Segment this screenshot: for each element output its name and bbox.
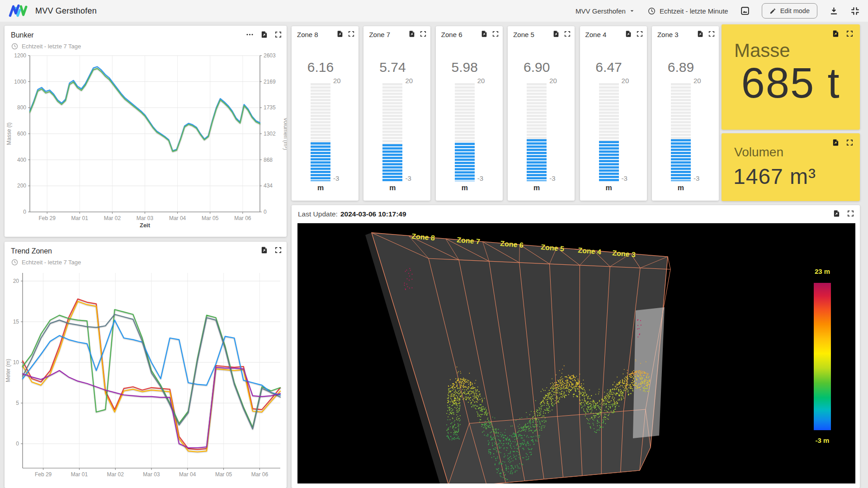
zone-title: Zone 3 (657, 31, 679, 38)
fullscreen-icon[interactable] (420, 30, 427, 38)
volumen-value: 1467 m³ (733, 164, 816, 189)
bunker-chart-svg: Feb 29Mar 01Mar 02Mar 03Mar 04Mar 05Mar … (5, 50, 287, 229)
trend-chart-svg: Feb 29Mar 01Mar 02Mar 03Mar 04Mar 05Mar … (5, 266, 287, 480)
point-cloud-3d-canvas[interactable]: Zone 8Zone 7Zone 6Zone 5Zone 4Zone 323 m… (297, 223, 855, 483)
fullscreen-icon[interactable] (847, 210, 854, 217)
gauge-max-label: 20 (477, 77, 485, 84)
fullscreen-icon[interactable] (274, 246, 282, 254)
fullscreen-exit-icon[interactable] (850, 6, 860, 16)
gauge-unit: m (599, 184, 619, 192)
y-right-tick-label: 434 (264, 183, 273, 189)
gauge-unit: m (311, 184, 330, 192)
caret-down-icon (628, 7, 636, 14)
edit-mode-label: Edit mode (780, 7, 810, 14)
bunker-3d-scene: Zone 8Zone 7Zone 6Zone 5Zone 4Zone 323 m… (297, 223, 855, 483)
edit-mode-button[interactable]: Edit mode (762, 3, 817, 19)
volumen-widget: Volumen 1467 m³ (722, 133, 860, 201)
file-export-icon[interactable] (832, 30, 840, 38)
file-export-icon[interactable] (697, 30, 704, 38)
file-export-icon[interactable] (336, 30, 344, 38)
fullscreen-icon[interactable] (846, 30, 854, 38)
fullscreen-icon[interactable] (274, 31, 282, 38)
y-right-tick-label: 1302 (264, 131, 276, 137)
fullscreen-icon[interactable] (348, 30, 355, 38)
zone-title: Zone 7 (369, 31, 390, 38)
fullscreen-icon[interactable] (846, 139, 854, 146)
zone-title: Zone 4 (585, 31, 607, 38)
y-tick-label: 600 (17, 131, 26, 137)
gauge-bar (455, 83, 475, 181)
file-export-icon[interactable] (625, 30, 632, 38)
x-tick-label: Feb 29 (35, 471, 52, 478)
gauge-max-label: 20 (622, 77, 629, 84)
masse-value: 685 t (722, 59, 860, 108)
app-title: MVV Gersthofen (35, 6, 97, 16)
zone-gauge-row: Zone 86.1620-3mZone 75.7420-3mZone 65.98… (292, 26, 719, 201)
y-axis-title: Meter (m) (5, 359, 11, 382)
y-tick-label: 0 (23, 209, 26, 215)
y-right-tick-label: 1735 (264, 104, 276, 111)
gauge-bar (311, 83, 330, 181)
x-axis-title: Zeit (140, 222, 151, 229)
x-tick-label: Mar 06 (251, 471, 269, 478)
gauge-min-label: -3 (549, 174, 555, 182)
mvv-logo (8, 4, 29, 18)
clock-icon (647, 7, 656, 15)
x-tick-label: Feb 29 (38, 215, 56, 221)
fullscreen-icon[interactable] (708, 30, 715, 38)
zone-gauge-card: Zone 36.8920-3m (652, 26, 719, 201)
file-export-icon[interactable] (832, 139, 840, 146)
file-export-icon[interactable] (408, 30, 415, 38)
zone-value: 6.89 (656, 60, 706, 75)
y-tick-label: 200 (17, 183, 26, 189)
zone-gauge-card: Zone 56.9020-3m (508, 26, 575, 201)
gauge-max-label: 20 (405, 77, 413, 84)
x-tick-label: Mar 05 (215, 471, 232, 478)
y-tick-label: 800 (17, 104, 26, 111)
gauge-min-label: -3 (477, 174, 483, 182)
file-export-icon[interactable] (481, 30, 488, 38)
trend-subtitle: Echtzeit - letzte 7 Tage (22, 259, 81, 266)
zone-gauge-card: Zone 65.9820-3m (436, 26, 503, 201)
file-export-icon[interactable] (260, 246, 268, 254)
download-icon[interactable] (829, 6, 839, 16)
gauge-bar (599, 83, 619, 181)
zone-value: 5.98 (439, 60, 490, 75)
y-right-tick-label: 2169 (264, 79, 276, 85)
zone-title: Zone 6 (441, 31, 462, 38)
zone-value: 5.74 (367, 60, 418, 75)
masse-widget: Masse 685 t (722, 24, 860, 130)
time-window-button[interactable]: Echtzeit - letzte Minute (647, 7, 728, 15)
gauge-unit: m (671, 184, 691, 192)
x-tick-label: Mar 05 (202, 215, 219, 221)
x-tick-label: Mar 04 (179, 471, 196, 478)
fullscreen-icon[interactable] (492, 30, 499, 38)
screenshot-icon[interactable] (740, 6, 750, 16)
dashboard-select-label: MVV Gersthofen (576, 7, 626, 15)
dashboard-select[interactable]: MVV Gersthofen (576, 7, 636, 15)
pencil-icon (769, 8, 776, 14)
x-tick-label: Mar 01 (71, 471, 88, 478)
bunker-title: Bunker (11, 31, 281, 39)
gauge-max-label: 20 (333, 77, 341, 84)
gauge-max-label: 20 (693, 77, 701, 84)
last-update-value: 2024-03-06 10:17:49 (340, 210, 406, 218)
time-window-label: Echtzeit - letzte Minute (660, 7, 728, 15)
fullscreen-icon[interactable] (564, 30, 571, 38)
clock-icon (11, 258, 19, 266)
x-tick-label: Mar 04 (169, 215, 186, 221)
fullscreen-icon[interactable] (636, 30, 643, 38)
y-tick-label: 10 (13, 359, 19, 366)
file-export-icon[interactable] (260, 31, 268, 38)
y-tick-label: 20 (13, 278, 19, 284)
colorbar-max-label: 23 m (815, 267, 830, 275)
gauge-min-label: -3 (333, 174, 339, 182)
gauge-bar (671, 83, 691, 181)
colorbar-min-label: -3 m (816, 436, 830, 444)
zone-gauge-card: Zone 46.4720-3m (580, 26, 647, 201)
gauge-min-label: -3 (405, 174, 411, 182)
more-dots-icon[interactable] (245, 30, 254, 39)
gauge-unit: m (455, 184, 475, 192)
file-export-icon[interactable] (552, 30, 560, 38)
file-export-icon[interactable] (833, 210, 840, 217)
